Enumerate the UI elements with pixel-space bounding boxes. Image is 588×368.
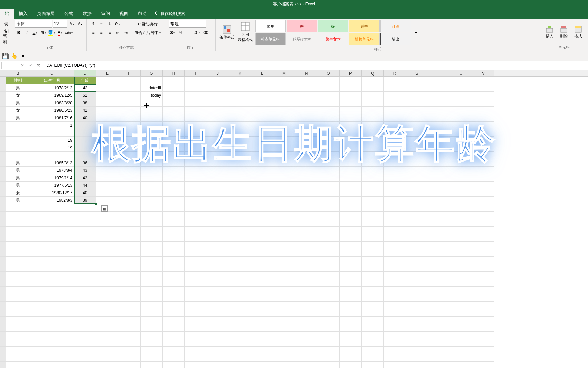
cell[interactable] — [362, 167, 384, 174]
cell[interactable] — [317, 122, 340, 129]
cell[interactable] — [317, 242, 340, 249]
cell[interactable] — [317, 302, 340, 309]
cell[interactable] — [185, 362, 207, 368]
cell[interactable] — [6, 242, 30, 249]
cell[interactable] — [96, 294, 118, 302]
cell-birthdate[interactable]: 1978/2/12 — [30, 84, 74, 92]
cell[interactable] — [141, 309, 163, 317]
cell[interactable] — [251, 227, 273, 234]
cell[interactable] — [273, 92, 295, 99]
cell-age[interactable]: 36 — [74, 159, 96, 167]
cell[interactable] — [406, 362, 428, 368]
cell[interactable] — [229, 362, 251, 368]
cell[interactable] — [406, 212, 428, 219]
cell[interactable] — [295, 317, 317, 324]
cell[interactable] — [251, 159, 273, 167]
cell[interactable] — [118, 302, 141, 309]
cell[interactable] — [340, 129, 362, 137]
cell[interactable] — [472, 92, 494, 99]
cell[interactable] — [251, 317, 273, 324]
cell[interactable] — [185, 272, 207, 279]
cell[interactable] — [406, 182, 428, 189]
align-left-button[interactable]: ≡ — [89, 29, 97, 36]
cell[interactable] — [273, 107, 295, 114]
cell[interactable] — [317, 174, 340, 182]
cell[interactable] — [141, 159, 163, 167]
cell[interactable] — [406, 317, 428, 324]
cell[interactable] — [362, 309, 384, 317]
cell[interactable] — [74, 264, 96, 272]
cell[interactable] — [163, 219, 185, 227]
cell[interactable] — [450, 302, 472, 309]
cell[interactable] — [384, 362, 406, 368]
cell[interactable] — [273, 99, 295, 107]
align-right-button[interactable]: ≡ — [106, 29, 113, 36]
cell[interactable] — [273, 347, 295, 354]
cell[interactable] — [163, 159, 185, 167]
cell[interactable] — [163, 144, 185, 152]
cell[interactable] — [6, 257, 30, 264]
cell[interactable] — [362, 77, 384, 84]
cell[interactable] — [472, 197, 494, 204]
cell[interactable] — [207, 249, 229, 257]
style-normal[interactable]: 常规 — [255, 20, 286, 32]
cell[interactable] — [406, 189, 428, 197]
cell[interactable] — [118, 114, 141, 122]
cell[interactable] — [141, 144, 163, 152]
style-bad[interactable]: 差 — [287, 20, 317, 32]
cell[interactable] — [229, 294, 251, 302]
cell[interactable] — [163, 92, 185, 99]
cell-age[interactable]: 51 — [74, 92, 96, 99]
cell[interactable] — [163, 339, 185, 347]
cell[interactable] — [118, 249, 141, 257]
cell[interactable] — [273, 309, 295, 317]
cell[interactable] — [450, 249, 472, 257]
cell[interactable] — [74, 219, 96, 227]
cell[interactable] — [273, 212, 295, 219]
col-header-M[interactable]: M — [273, 70, 295, 76]
cell[interactable] — [251, 347, 273, 354]
cell[interactable] — [30, 354, 74, 362]
cell[interactable] — [185, 264, 207, 272]
cell[interactable] — [317, 197, 340, 204]
cell[interactable] — [317, 219, 340, 227]
cell[interactable] — [362, 362, 384, 368]
cell[interactable] — [163, 287, 185, 294]
cell[interactable] — [295, 257, 317, 264]
cell[interactable] — [96, 167, 118, 174]
cell[interactable] — [428, 174, 450, 182]
cell[interactable] — [362, 279, 384, 287]
cell[interactable] — [251, 197, 273, 204]
cell[interactable] — [229, 92, 251, 99]
number-format-select[interactable] — [169, 20, 206, 28]
cell[interactable] — [273, 167, 295, 174]
cell[interactable] — [273, 234, 295, 242]
cell[interactable] — [340, 362, 362, 368]
cell[interactable] — [207, 84, 229, 92]
cell[interactable] — [185, 92, 207, 99]
cell[interactable] — [428, 92, 450, 99]
tab-home[interactable]: 始 — [0, 9, 14, 19]
cell[interactable] — [74, 279, 96, 287]
cell[interactable] — [6, 212, 30, 219]
cell[interactable] — [295, 122, 317, 129]
autofill-options-button[interactable]: ▦ — [101, 205, 108, 212]
cell[interactable] — [295, 144, 317, 152]
cell[interactable] — [163, 294, 185, 302]
cell[interactable] — [229, 354, 251, 362]
cell[interactable] — [74, 354, 96, 362]
cell[interactable] — [362, 287, 384, 294]
cell[interactable] — [362, 92, 384, 99]
cell[interactable] — [384, 354, 406, 362]
cell[interactable] — [251, 242, 273, 249]
cell-age[interactable]: 40 — [74, 114, 96, 122]
cell[interactable] — [384, 332, 406, 339]
cell[interactable] — [450, 332, 472, 339]
cell[interactable] — [472, 339, 494, 347]
cell[interactable] — [74, 294, 96, 302]
cell[interactable] — [185, 122, 207, 129]
cell[interactable] — [163, 362, 185, 368]
cell[interactable] — [295, 129, 317, 137]
cell[interactable] — [141, 107, 163, 114]
cell[interactable] — [273, 302, 295, 309]
